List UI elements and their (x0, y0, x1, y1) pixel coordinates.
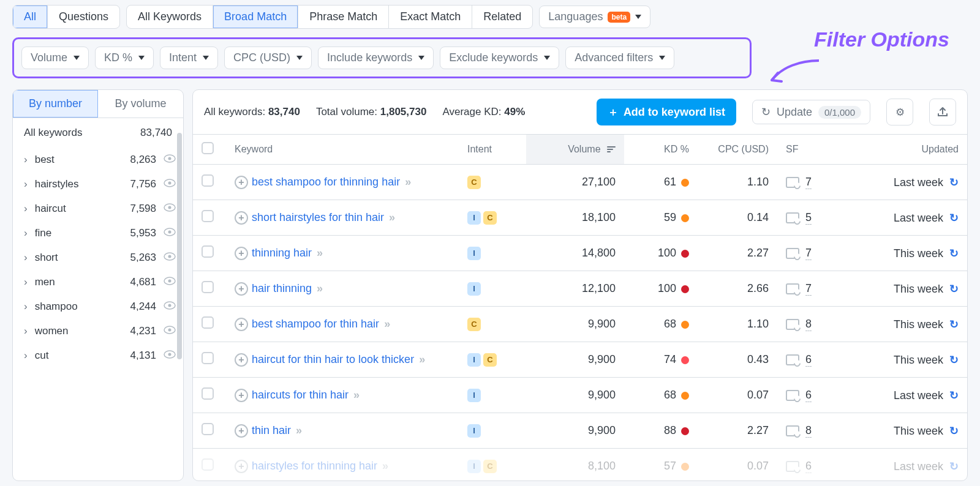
row-checkbox[interactable] (202, 174, 214, 187)
sidebar-all-row[interactable]: All keywords 83,740 (13, 118, 183, 148)
expand-icon[interactable]: + (235, 318, 248, 331)
refresh-row-icon[interactable]: ↻ (949, 212, 959, 224)
refresh-row-icon[interactable]: ↻ (949, 354, 959, 366)
serp-icon[interactable] (786, 319, 799, 330)
open-icon[interactable]: » (384, 318, 388, 330)
eye-icon[interactable] (164, 203, 176, 215)
row-checkbox[interactable] (202, 245, 214, 258)
serp-icon[interactable] (786, 461, 799, 472)
open-icon[interactable]: » (317, 247, 321, 259)
filter-kd-[interactable]: KD % (95, 47, 154, 69)
row-checkbox[interactable] (202, 458, 214, 471)
expand-icon[interactable]: + (235, 282, 248, 296)
col-kd[interactable]: KD % (624, 135, 698, 165)
filter-exclude-keywords[interactable]: Exclude keywords (440, 47, 559, 69)
sidebar-item[interactable]: ›short5,263 (18, 245, 178, 270)
open-icon[interactable]: » (389, 211, 393, 223)
eye-icon[interactable] (164, 325, 176, 337)
eye-icon[interactable] (164, 252, 176, 264)
sidebar-item[interactable]: ›haircut7,598 (18, 196, 178, 221)
update-button[interactable]: ↻ Update 0/1,000 (752, 100, 870, 124)
scrollbar[interactable] (177, 133, 182, 359)
keyword-link[interactable]: haircut for thin hair to look thicker (252, 353, 414, 365)
refresh-row-icon[interactable]: ↻ (949, 176, 959, 189)
serp-icon[interactable] (786, 354, 799, 365)
sidebar-item[interactable]: ›women4,231 (18, 319, 178, 343)
refresh-row-icon[interactable]: ↻ (949, 283, 959, 295)
expand-icon[interactable]: + (235, 247, 248, 260)
open-icon[interactable]: » (317, 282, 321, 294)
keyword-link[interactable]: hairstyles for thinning hair (252, 460, 377, 472)
export-button[interactable] (929, 99, 956, 125)
eye-icon[interactable] (164, 154, 176, 166)
keyword-link[interactable]: thinning hair (252, 247, 312, 259)
expand-icon[interactable]: + (235, 353, 248, 367)
eye-icon[interactable] (164, 350, 176, 362)
serp-icon[interactable] (786, 390, 799, 401)
keyword-link[interactable]: best shampoo for thin hair (252, 318, 379, 330)
filter-include-keywords[interactable]: Include keywords (318, 47, 434, 69)
row-checkbox[interactable] (202, 281, 214, 293)
refresh-row-icon[interactable]: ↻ (949, 318, 959, 331)
toggle-by-number[interactable]: By number (13, 90, 98, 118)
refresh-row-icon[interactable]: ↻ (949, 425, 959, 437)
row-checkbox[interactable] (202, 423, 214, 435)
filter-advanced-filters[interactable]: Advanced filters (565, 47, 674, 69)
eye-icon[interactable] (164, 227, 176, 239)
row-checkbox[interactable] (202, 316, 214, 329)
refresh-row-icon[interactable]: ↻ (949, 389, 959, 402)
keyword-link[interactable]: best shampoo for thinning hair (252, 176, 400, 188)
select-all-checkbox[interactable] (202, 142, 214, 154)
toggle-by-volume[interactable]: By volume (98, 90, 183, 118)
open-icon[interactable]: » (419, 353, 423, 365)
open-icon[interactable]: » (353, 389, 358, 401)
filter-cpc-usd-[interactable]: CPC (USD) (224, 47, 312, 69)
tab-phrase-match[interactable]: Phrase Match (298, 6, 389, 28)
keyword-link[interactable]: hair thinning (252, 282, 312, 294)
col-keyword[interactable]: Keyword (226, 135, 459, 165)
tab-questions[interactable]: Questions (48, 6, 119, 28)
row-checkbox[interactable] (202, 210, 214, 222)
languages-dropdown[interactable]: Languages beta (539, 6, 650, 28)
filter-volume[interactable]: Volume (21, 47, 89, 69)
col-sf[interactable]: SF (777, 135, 851, 165)
keyword-link[interactable]: haircuts for thin hair (252, 389, 349, 401)
sidebar-item[interactable]: ›cut4,131 (18, 343, 178, 368)
sidebar-item[interactable]: ›best8,263 (18, 148, 178, 172)
settings-button[interactable]: ⚙ (886, 99, 913, 125)
col-intent[interactable]: Intent (459, 135, 526, 165)
keyword-link[interactable]: thin hair (252, 424, 291, 436)
tab-all-keywords[interactable]: All Keywords (127, 6, 213, 28)
row-checkbox[interactable] (202, 387, 214, 400)
col-cpc[interactable]: CPC (USD) (698, 135, 777, 165)
col-volume[interactable]: Volume (526, 135, 624, 165)
sidebar-item[interactable]: ›fine5,953 (18, 221, 178, 245)
eye-icon[interactable] (164, 301, 176, 313)
serp-icon[interactable] (786, 248, 799, 259)
refresh-row-icon[interactable]: ↻ (949, 460, 959, 473)
expand-icon[interactable]: + (235, 176, 248, 189)
sidebar-item[interactable]: ›men4,681 (18, 270, 178, 294)
open-icon[interactable]: » (382, 460, 386, 472)
tab-related[interactable]: Related (472, 6, 532, 28)
filter-intent[interactable]: Intent (160, 47, 218, 69)
serp-icon[interactable] (786, 283, 799, 294)
serp-icon[interactable] (786, 425, 799, 436)
serp-icon[interactable] (786, 177, 799, 188)
expand-icon[interactable]: + (235, 211, 248, 225)
expand-icon[interactable]: + (235, 460, 248, 473)
expand-icon[interactable]: + (235, 424, 248, 438)
eye-icon[interactable] (164, 276, 176, 288)
tab-exact-match[interactable]: Exact Match (389, 6, 472, 28)
row-checkbox[interactable] (202, 352, 214, 364)
open-icon[interactable]: » (296, 424, 300, 436)
serp-icon[interactable] (786, 212, 799, 223)
add-to-keyword-list-button[interactable]: ＋ Add to keyword list (597, 99, 736, 125)
open-icon[interactable]: » (405, 176, 409, 188)
sidebar-item[interactable]: ›shampoo4,244 (18, 294, 178, 319)
eye-icon[interactable] (164, 178, 176, 190)
col-updated[interactable]: Updated (851, 135, 967, 165)
tab-all[interactable]: All (13, 6, 48, 28)
expand-icon[interactable]: + (235, 389, 248, 402)
keyword-link[interactable]: short hairstyles for thin hair (252, 211, 384, 223)
